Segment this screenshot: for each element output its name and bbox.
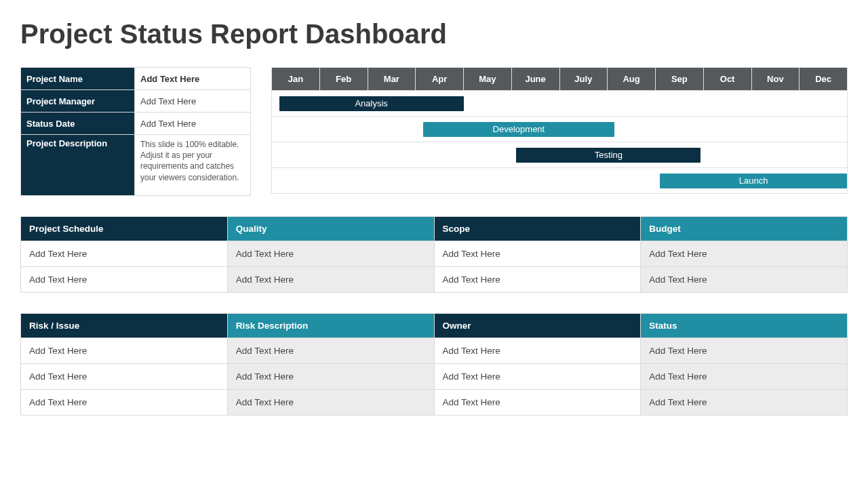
gantt-month: Oct [703, 68, 751, 91]
status-table: Project Schedule Quality Scope Budget Ad… [20, 216, 848, 293]
gantt-month: Dec [800, 68, 848, 91]
gantt-row: Launch [272, 168, 848, 194]
gantt-header-row: Jan Feb Mar Apr May June July Aug Sep Oc… [272, 68, 848, 91]
table-row: Add Text Here Add Text Here Add Text Her… [21, 364, 848, 390]
gantt-body: Analysis Development Testing Launch [272, 91, 848, 194]
status-header-budget: Budget [641, 217, 848, 241]
status-cell[interactable]: Add Text Here [227, 241, 434, 267]
status-cell[interactable]: Add Text Here [434, 267, 641, 293]
risk-cell[interactable]: Add Text Here [21, 390, 228, 415]
status-cell[interactable]: Add Text Here [434, 241, 641, 267]
info-label-name: Project Name [21, 68, 135, 90]
risk-cell[interactable]: Add Text Here [641, 364, 848, 390]
risk-cell[interactable]: Add Text Here [227, 364, 434, 390]
gantt-bar-analysis: Analysis [279, 96, 464, 111]
info-value-date[interactable]: Add Text Here [135, 113, 251, 135]
risk-header-owner: Owner [434, 314, 641, 338]
gantt-month: June [511, 68, 559, 91]
status-header-scope: Scope [434, 217, 641, 241]
table-row: Add Text Here Add Text Here Add Text Her… [21, 241, 848, 267]
project-info-table: Project Name Add Text Here Project Manag… [20, 67, 251, 196]
risk-cell[interactable]: Add Text Here [434, 338, 641, 364]
risk-cell[interactable]: Add Text Here [21, 364, 228, 390]
gantt-row: Testing [272, 142, 848, 168]
risk-cell[interactable]: Add Text Here [641, 338, 848, 364]
page-title: Project Status Report Dashboard [20, 19, 848, 49]
status-cell[interactable]: Add Text Here [21, 267, 228, 293]
info-value-name[interactable]: Add Text Here [135, 68, 251, 90]
gantt-chart: Jan Feb Mar Apr May June July Aug Sep Oc… [271, 67, 848, 196]
risk-header-desc: Risk Description [227, 314, 434, 338]
gantt-month: Jan [272, 68, 320, 91]
risk-cell[interactable]: Add Text Here [227, 390, 434, 415]
status-cell[interactable]: Add Text Here [21, 241, 228, 267]
info-label-manager: Project Manager [21, 90, 135, 113]
info-label-date: Status Date [21, 113, 135, 135]
gantt-month: Nov [751, 68, 800, 91]
status-cell[interactable]: Add Text Here [641, 267, 848, 293]
status-cell[interactable]: Add Text Here [227, 267, 434, 293]
status-cell[interactable]: Add Text Here [641, 241, 848, 267]
risk-header-status: Status [641, 314, 848, 338]
gantt-bar-cell: Analysis [272, 91, 848, 117]
table-row: Add Text Here Add Text Here Add Text Her… [21, 390, 848, 415]
gantt-bar-testing: Testing [516, 148, 701, 163]
gantt-month: Mar [368, 68, 416, 91]
table-row: Add Text Here Add Text Here Add Text Her… [21, 338, 848, 364]
risk-cell[interactable]: Add Text Here [227, 338, 434, 364]
gantt-bar-cell: Testing [272, 142, 848, 168]
gantt-bar-development: Development [423, 122, 615, 137]
gantt-month: Sep [656, 68, 704, 91]
gantt-month: Aug [608, 68, 656, 91]
top-section: Project Name Add Text Here Project Manag… [20, 67, 848, 196]
gantt-row: Analysis [272, 91, 848, 117]
gantt-bar-cell: Launch [272, 168, 848, 194]
risk-table: Risk / Issue Risk Description Owner Stat… [20, 313, 848, 415]
info-value-manager[interactable]: Add Text Here [135, 90, 251, 113]
risk-cell[interactable]: Add Text Here [21, 338, 228, 364]
gantt-month: Feb [319, 68, 368, 91]
info-value-desc[interactable]: This slide is 100% editable. Adjust it a… [135, 135, 251, 196]
risk-cell[interactable]: Add Text Here [434, 364, 641, 390]
risk-cell[interactable]: Add Text Here [641, 390, 848, 415]
gantt-row: Development [272, 117, 848, 142]
risk-cell[interactable]: Add Text Here [434, 390, 641, 415]
status-header-schedule: Project Schedule [21, 217, 228, 241]
gantt-month: May [464, 68, 512, 91]
status-header-quality: Quality [227, 217, 434, 241]
table-row: Add Text Here Add Text Here Add Text Her… [21, 267, 848, 293]
gantt-month: July [559, 68, 608, 91]
gantt-month: Apr [416, 68, 464, 91]
gantt-bar-cell: Development [272, 117, 848, 142]
info-label-desc: Project Description [21, 135, 135, 196]
gantt-bar-launch: Launch [660, 174, 847, 188]
risk-header-issue: Risk / Issue [21, 314, 228, 338]
